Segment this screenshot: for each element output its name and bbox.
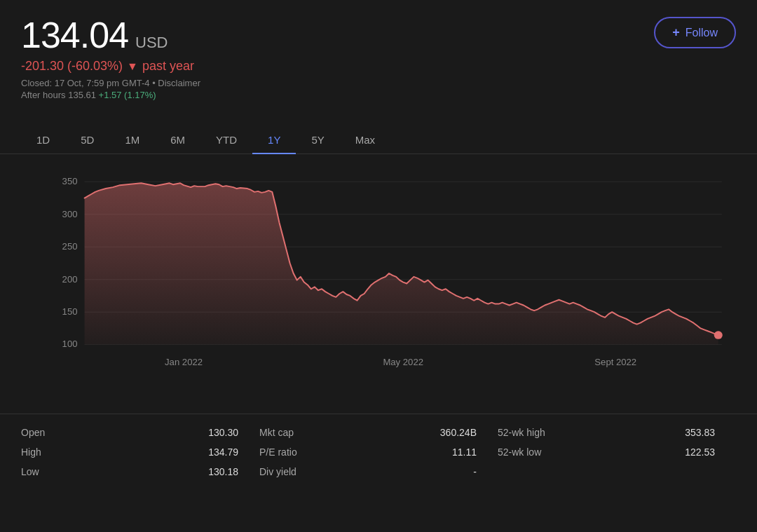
stats-section: Open 130.30 High 134.79 Low 130.18 Mkt c… [0,414,757,477]
tab-5y[interactable]: 5Y [296,127,339,154]
tab-6m[interactable]: 6M [155,127,200,154]
tab-ytd[interactable]: YTD [200,127,252,154]
stat-pe-value: 11.11 [452,446,477,458]
svg-text:200: 200 [62,274,78,285]
stat-high-value: 134.79 [208,446,238,458]
stat-divyield-value: - [473,466,477,477]
plus-icon: + [672,25,680,40]
stats-column-2: Mkt cap 360.24B P/E ratio 11.11 Div yiel… [259,427,498,477]
tab-max[interactable]: Max [340,127,390,154]
stat-52wk-high: 52-wk high 353.83 [498,427,736,438]
svg-text:May 2022: May 2022 [383,357,423,367]
price-currency: USD [135,34,168,52]
stat-pe-label: P/E ratio [259,446,297,458]
tab-5d[interactable]: 5D [65,127,109,154]
stat-52wk-high-label: 52-wk high [498,427,545,438]
tab-1m[interactable]: 1M [109,127,155,154]
price-value: 134.04 [21,14,128,56]
time-period-tabs: 1D 5D 1M 6M YTD 1Y 5Y Max [0,127,757,154]
stat-52wk-low: 52-wk low 122.53 [498,446,736,458]
stats-column-1: Open 130.30 High 134.79 Low 130.18 [21,427,259,477]
follow-button[interactable]: + Follow [654,17,736,48]
stat-pe: P/E ratio 11.11 [259,446,498,458]
tab-1d[interactable]: 1D [21,127,65,154]
svg-text:150: 150 [62,306,78,317]
stat-high: High 134.79 [21,446,259,458]
svg-text:250: 250 [62,241,78,252]
price-meta: Closed: 17 Oct, 7:59 pm GMT-4 • Disclaim… [21,78,200,88]
stat-low-label: Low [21,466,39,477]
arrow-down-icon: ▼ [127,60,138,73]
stat-high-label: High [21,446,41,458]
price-change: -201.30 (-60.03%) ▼ past year [21,59,200,74]
stat-mktcap: Mkt cap 360.24B [259,427,498,438]
stat-divyield-label: Div yield [259,466,296,477]
svg-text:350: 350 [62,176,78,186]
stat-52wk-low-label: 52-wk low [498,446,541,458]
svg-point-15 [714,331,723,339]
stats-column-3: 52-wk high 353.83 52-wk low 122.53 [498,427,736,477]
follow-label: Follow [686,27,718,39]
stat-open-value: 130.30 [208,427,238,438]
stat-low-value: 130.18 [208,466,238,477]
svg-text:Jan 2022: Jan 2022 [165,357,203,367]
stat-open-label: Open [21,427,45,438]
tab-1y[interactable]: 1Y [252,127,296,154]
stat-low: Low 130.18 [21,466,259,477]
svg-text:300: 300 [62,209,78,219]
stat-mktcap-label: Mkt cap [259,427,294,438]
stat-divyield: Div yield - [259,466,498,477]
svg-text:100: 100 [62,339,78,350]
stat-mktcap-value: 360.24B [440,427,477,438]
stat-open: Open 130.30 [21,427,259,438]
stat-52wk-high-value: 353.83 [685,427,715,438]
chart-area: 350 300 250 200 150 100 Jan 2022 May 202… [0,161,757,414]
stat-52wk-low-value: 122.53 [685,446,715,458]
after-hours: After hours 135.61 +1.57 (1.17%) [21,90,200,100]
svg-text:Sept 2022: Sept 2022 [594,357,636,367]
